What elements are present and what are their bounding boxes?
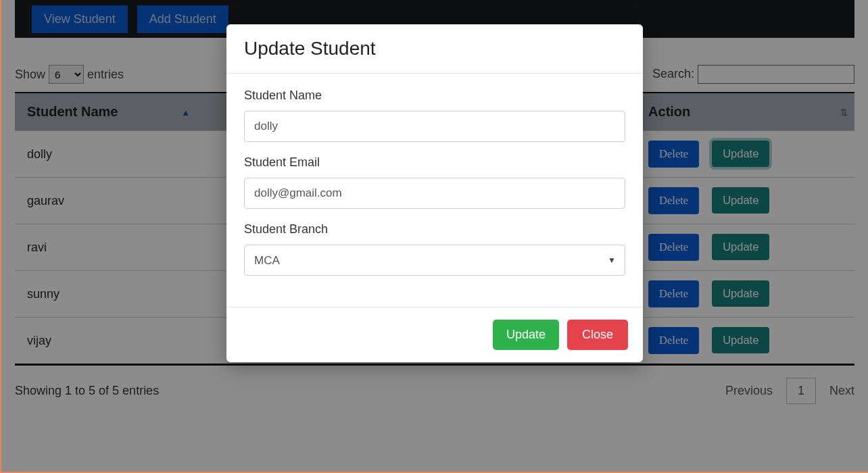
modal-header: Update Student	[226, 24, 643, 74]
student-email-input[interactable]	[244, 178, 625, 209]
modal-close-button[interactable]: Close	[567, 320, 628, 350]
student-branch-label: Student Branch	[244, 222, 625, 236]
student-branch-select[interactable]: MCA	[244, 245, 625, 276]
student-name-input[interactable]	[244, 111, 625, 142]
update-student-modal: Update Student Student Name Student Emai…	[226, 24, 643, 362]
modal-title: Update Student	[244, 38, 625, 59]
student-name-label: Student Name	[244, 89, 625, 103]
modal-footer: Update Close	[226, 307, 643, 362]
modal-update-button[interactable]: Update	[493, 320, 559, 350]
modal-body: Student Name Student Email Student Branc…	[226, 74, 643, 307]
student-email-label: Student Email	[244, 155, 625, 170]
modal-overlay[interactable]: Update Student Student Name Student Emai…	[1, 0, 868, 472]
